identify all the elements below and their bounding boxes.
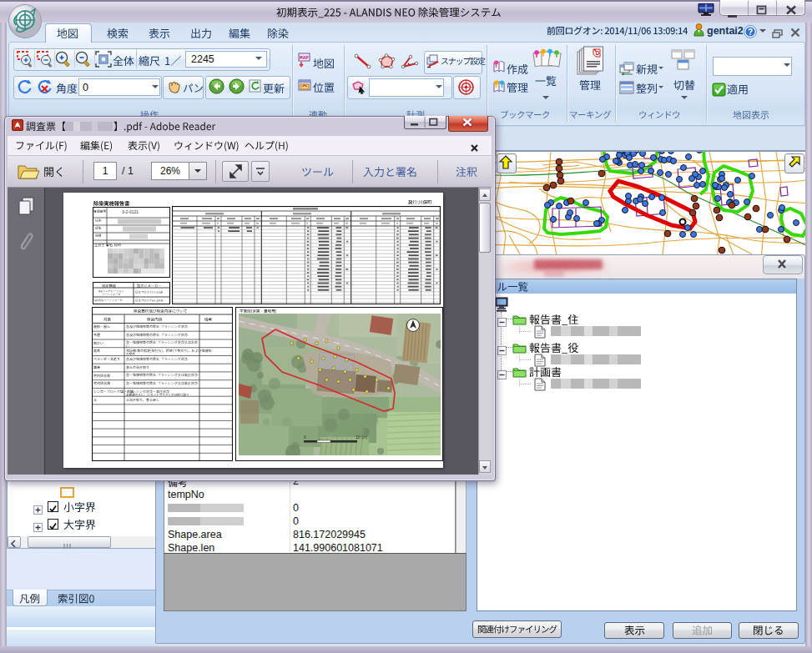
svg-text:D: D (595, 50, 599, 56)
svg-text:MAP: MAP (300, 55, 309, 61)
svg-text:?: ? (748, 28, 753, 37)
